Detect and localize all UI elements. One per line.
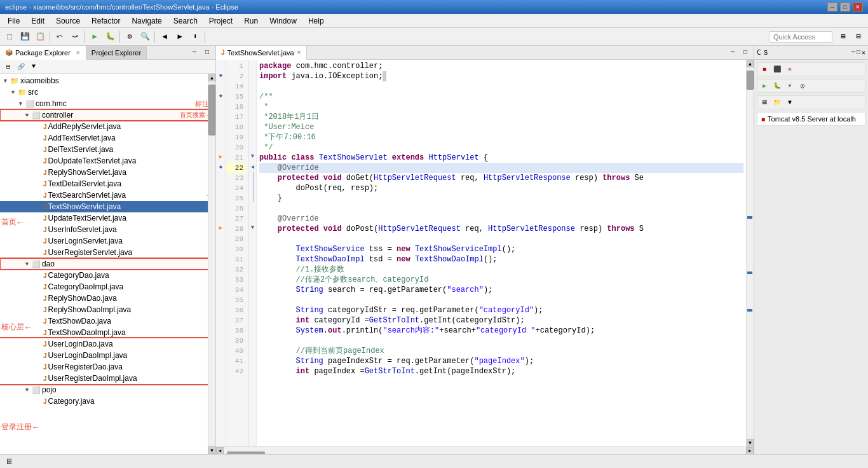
link-editor-btn[interactable]: 🔗 — [15, 61, 27, 72]
menu-window[interactable]: Window — [264, 15, 302, 27]
left-panel-minimize[interactable]: ─ — [189, 47, 200, 59]
code-scroll-down[interactable]: ▼ — [747, 439, 754, 446]
code-scroll-track[interactable] — [747, 67, 754, 439]
right-panel-maximize[interactable]: □ — [857, 49, 860, 57]
tree-item-categorydaoimpl[interactable]: J CategoryDaoImpl.java — [0, 281, 215, 292]
right-btn-x[interactable]: ✕ — [784, 64, 796, 74]
collapse-all-btn[interactable]: ⊟ — [3, 61, 14, 72]
hscroll-left[interactable]: ◀ — [216, 447, 224, 455]
tree-item-userinfoservlet[interactable]: J UserInfoServlet.java — [0, 224, 215, 235]
toolbar-btn-2[interactable]: 💾 — [18, 30, 32, 44]
quick-access-input[interactable] — [769, 31, 832, 43]
left-scroll-down[interactable]: ▼ — [208, 446, 215, 454]
toolbar-btn-12[interactable]: ⊟ — [851, 30, 865, 44]
menu-help[interactable]: Help — [303, 15, 329, 27]
left-panel-scrollbar[interactable]: ▲ ▼ — [208, 74, 215, 454]
code-scrollbar[interactable]: ▲ ▼ — [746, 60, 754, 446]
fold-marker-22[interactable]: ◀ — [249, 162, 256, 172]
toolbar-btn-6[interactable]: ⚙ — [123, 30, 137, 44]
code-panel-maximize[interactable]: □ — [740, 47, 751, 59]
right-btn-debug[interactable]: 🐛 — [771, 81, 783, 91]
tree-item-textsearchservlet[interactable]: J TextSearchServlet.java → — [0, 189, 215, 201]
tree-item-doupdatetextservlet[interactable]: J DoUpdateTextServlet.java — [0, 155, 215, 167]
code-content[interactable]: package com.hmc.controller; import java.… — [257, 60, 746, 446]
code-tab-textshowservlet[interactable]: J TextShowServlet.java ✕ — [216, 46, 307, 60]
toolbar-btn-run[interactable]: ▶ — [88, 30, 102, 44]
tree-item-textshowservlet[interactable]: J TextShowServlet.java — [0, 201, 215, 212]
right-tab-s[interactable]: S — [764, 49, 768, 57]
toolbar-btn-4[interactable]: ⤺ — [53, 30, 67, 44]
menu-edit[interactable]: Edit — [26, 15, 50, 27]
code-scroll-thumb[interactable] — [747, 71, 754, 90]
tree-item-userregisterdao[interactable]: J UserRegisterDao.java — [0, 361, 215, 373]
tree-item-textshowdao[interactable]: J TextShowDao.java — [0, 315, 215, 327]
code-panel-minimize[interactable]: ─ — [727, 47, 738, 59]
tab-package-explorer[interactable]: 📦 Package Explorer ✕ — [0, 46, 86, 60]
tree-item-userregisterservlet[interactable]: J UserRegisterServlet.java — [0, 247, 215, 258]
right-btn-stop-red[interactable]: ■ — [759, 64, 770, 74]
menu-project[interactable]: Project — [204, 15, 238, 27]
tab-project-explorer[interactable]: Project Explorer — [86, 46, 147, 59]
tree-item-com-hmc[interactable]: ▼ ⬜ com.hmc 标注 ↑ — [0, 98, 215, 109]
code-scroll-up[interactable]: ▲ — [747, 60, 754, 67]
right-btn-cover[interactable]: ◎ — [797, 81, 808, 91]
tree-item-xiaomeibbs[interactable]: ▼ 📁 xiaomeibbs — [0, 75, 215, 86]
tree-item-userregisterdaoimpl[interactable]: J UserRegisterDaoImpl.java — [0, 373, 215, 384]
toolbar-btn-1[interactable]: ⬚ — [3, 30, 17, 44]
tree-item-categorydao[interactable]: J CategoryDao.java — [0, 270, 215, 281]
toolbar-btn-9[interactable]: ▶ — [173, 30, 187, 44]
tree-item-addreplyservlet[interactable]: J AddReplyServlet.java — [0, 121, 215, 132]
right-panel-close[interactable]: ✕ — [862, 49, 865, 57]
left-scroll-up[interactable]: ▲ — [208, 74, 215, 81]
right-btn-server[interactable]: 🖥 — [759, 97, 770, 107]
toolbar-btn-8[interactable]: ◀ — [158, 30, 172, 44]
tree-item-pojo[interactable]: ▼ ⬜ pojo — [0, 384, 215, 396]
right-btn-stop[interactable]: ⬛ — [771, 64, 783, 74]
tree-item-textdetailservlet[interactable]: J TextDetailServlet.java — [0, 178, 215, 189]
fold-marker-21[interactable]: ▼ — [249, 151, 256, 162]
menu-file[interactable]: File — [3, 15, 25, 27]
tree-item-userlogindao[interactable]: J UserLoginDao.java — [0, 338, 215, 350]
tree-item-deltextservlet[interactable]: J DelTextServlet.java — [0, 144, 215, 155]
tree-item-userlogindaoimpl[interactable]: J UserLoginDaoImpl.java — [0, 350, 215, 361]
maximize-button[interactable]: □ — [840, 3, 850, 11]
right-tab-c[interactable]: C — [757, 48, 761, 57]
menu-navigate[interactable]: Navigate — [126, 15, 166, 27]
toolbar-btn-10[interactable]: ⬆ — [188, 30, 202, 44]
right-btn-play[interactable]: ▶ — [759, 81, 770, 91]
package-tab-close-icon[interactable]: ✕ — [76, 50, 81, 56]
hscroll-right[interactable]: ▶ — [746, 447, 754, 455]
toolbar-btn-3[interactable]: 📋 — [33, 30, 47, 44]
tree-item-updatetextservlet[interactable]: J UpdateTextServlet.java — [0, 212, 215, 224]
left-scroll-track[interactable] — [208, 81, 215, 446]
right-btn-folder[interactable]: 📁 — [771, 97, 783, 107]
right-panel-minimize[interactable]: ─ — [851, 49, 855, 57]
toolbar-btn-7[interactable]: 🔍 — [138, 30, 152, 44]
code-hscrollbar[interactable]: ◀ ▶ — [216, 446, 754, 454]
tree-item-dao[interactable]: ▼ ⬜ dao — [0, 258, 215, 270]
right-btn-chevron[interactable]: ▼ — [784, 97, 796, 107]
tree-item-replyshowdao[interactable]: J ReplyShowDao.java — [0, 292, 215, 304]
left-scroll-thumb[interactable] — [208, 85, 215, 135]
tree-options-btn[interactable]: ▼ — [28, 61, 39, 72]
menu-refactor[interactable]: Refactor — [86, 15, 125, 27]
menu-source[interactable]: Source — [51, 15, 85, 27]
left-panel-maximize[interactable]: □ — [201, 47, 213, 59]
toolbar-btn-11[interactable]: ⊞ — [836, 30, 850, 44]
tree-item-replyshowdaoimpl[interactable]: J ReplyShowDaoImpl.java — [0, 304, 215, 315]
hscroll-thumb[interactable] — [227, 451, 265, 455]
minimize-button[interactable]: ─ — [827, 3, 837, 11]
tree-item-category[interactable]: J Category.java — [0, 396, 215, 407]
menu-run[interactable]: Run — [239, 15, 263, 27]
tree-item-addtextservlet[interactable]: J AddTextServlet.java — [0, 132, 215, 144]
close-button[interactable]: ✕ — [853, 3, 863, 11]
tree-item-replyshowservlet[interactable]: J ReplyShowServlet.java — [0, 167, 215, 178]
toolbar-btn-5[interactable]: ⤻ — [68, 30, 82, 44]
menu-search[interactable]: Search — [168, 15, 203, 27]
server-entry[interactable]: ■ Tomcat v8.5 Server at localh — [757, 112, 865, 126]
tree-item-src[interactable]: ▼ 📁 src — [0, 86, 215, 98]
tree-item-textshowdaoimpl[interactable]: J TextShowDaoImpl.java — [0, 327, 215, 338]
tree-item-userloginservlet[interactable]: J UserLoginServlet.java — [0, 235, 215, 247]
fold-marker-28[interactable]: ▼ — [249, 223, 256, 233]
right-btn-profile[interactable]: ⚡ — [784, 81, 796, 91]
